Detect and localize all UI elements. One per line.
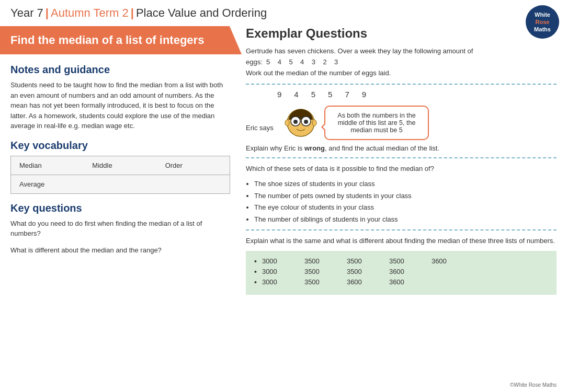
g2-3: 3500 xyxy=(347,268,370,275)
sep1: | xyxy=(46,6,49,19)
q1-text: Gertrude has seven chickens. Over a week… xyxy=(246,46,557,78)
g2-4: 3600 xyxy=(389,268,413,275)
green-bullet-3: • xyxy=(254,278,257,286)
logo: White Rose Maths xyxy=(526,5,559,39)
divider-2 xyxy=(246,157,557,158)
vocab-cell-median: Median xyxy=(11,156,84,175)
g3-4: 3600 xyxy=(389,278,413,286)
green-bullet-2: • xyxy=(254,268,257,276)
vocab-section: Key vocabulary Median Middle Order Avera… xyxy=(10,140,230,194)
vocab-row-1: Median Middle Order xyxy=(11,156,230,175)
g1-5: 3600 xyxy=(432,257,455,265)
speech-bubble: As both the numbers in the middle of thi… xyxy=(324,106,429,140)
notes-text: Students need to be taught how to find t… xyxy=(10,80,230,131)
vocab-title: Key vocabulary xyxy=(10,140,230,152)
vocab-row-2: Average xyxy=(11,175,230,193)
speech-text: As both the numbers in the middle of thi… xyxy=(337,112,415,134)
green-row-1: • 3000 3500 3500 3500 3600 xyxy=(254,257,548,266)
g2-1: 3000 xyxy=(262,268,286,275)
g3-1: 3000 xyxy=(262,278,286,286)
green-numbers-3: 3000 3500 3600 3600 xyxy=(262,278,548,286)
green-table: • 3000 3500 3500 3500 3600 • 3000 3500 3… xyxy=(246,251,557,295)
exemplar-title: Exemplar Questions xyxy=(246,26,557,41)
g1-3: 3500 xyxy=(347,257,370,265)
svg-point-5 xyxy=(304,120,308,124)
num-4: 4 xyxy=(294,90,298,99)
question-2: What is different about the median and t… xyxy=(10,245,230,256)
eric-label: Eric says xyxy=(246,124,277,132)
notes-section: Notes and guidance Students need to be t… xyxy=(10,64,230,131)
logo-line3: Maths xyxy=(534,26,551,33)
main-content: Find the median of a list of integers No… xyxy=(0,26,567,295)
right-panel: Exemplar Questions Gertrude has seven ch… xyxy=(246,26,557,295)
g2-2: 3500 xyxy=(304,268,328,275)
g3-3: 3600 xyxy=(347,278,370,286)
questions-title: Key questions xyxy=(10,202,230,214)
divider-1 xyxy=(246,84,557,85)
green-numbers-2: 3000 3500 3500 3600 xyxy=(262,268,548,275)
sep2: | xyxy=(131,6,134,19)
num-5b: 5 xyxy=(328,90,332,99)
vocab-cell-average: Average xyxy=(11,175,84,193)
svg-point-4 xyxy=(293,120,298,124)
green-bullet-1: • xyxy=(254,257,257,266)
questions-section: Key questions What do you need to do fir… xyxy=(10,202,230,256)
vocab-cell-empty2 xyxy=(157,175,230,193)
num-5a: 5 xyxy=(311,90,315,99)
place-value: Place Value and Ordering xyxy=(136,6,267,19)
vocab-cell-middle: Middle xyxy=(84,156,156,175)
header-title: Year 7|Autumn Term 2|Place Value and Ord… xyxy=(10,6,267,20)
bullet-2: The number of pets owned by students in … xyxy=(254,191,557,201)
header: Year 7|Autumn Term 2|Place Value and Ord… xyxy=(0,0,567,26)
green-row-2: • 3000 3500 3500 3600 xyxy=(254,268,548,276)
eric-section: Eric says xyxy=(246,103,557,140)
vocab-cell-empty1 xyxy=(84,175,156,193)
green-numbers-1: 3000 3500 3500 3500 3600 xyxy=(262,257,548,265)
g3-5 xyxy=(432,278,455,286)
wrong-text: wrong xyxy=(304,144,325,152)
orange-banner: Find the median of a list of integers xyxy=(0,26,242,54)
svg-point-7 xyxy=(312,120,316,126)
bullet-3: The eye colour of students in your class xyxy=(254,202,557,213)
left-panel: Find the median of a list of integers No… xyxy=(10,26,230,295)
q3-bullets: The shoe sizes of students in your class… xyxy=(254,179,557,224)
banner-title: Find the median of a list of integers xyxy=(10,33,204,47)
g1-4: 3500 xyxy=(389,257,413,265)
g1-2: 3500 xyxy=(304,257,328,265)
bullet-1: The shoe sizes of students in your class xyxy=(254,179,557,189)
notes-title: Notes and guidance xyxy=(10,64,230,76)
copyright: ©White Rose Maths xyxy=(510,382,557,388)
vocab-table: Median Middle Order Average xyxy=(10,156,230,194)
question-1: What do you need to do first when findin… xyxy=(10,218,230,239)
num-9a: 9 xyxy=(277,90,281,99)
explain-text: Explain why Eric is wrong, and find the … xyxy=(246,144,557,152)
year-label: Year 7 xyxy=(10,6,43,19)
q4-text: Explain what is the same and what is dif… xyxy=(246,236,557,247)
character-figure xyxy=(282,103,319,140)
autumn-term: Autumn Term 2 xyxy=(51,6,129,19)
num-7: 7 xyxy=(345,90,349,99)
green-row-3: • 3000 3500 3600 3600 xyxy=(254,278,548,286)
g1-1: 3000 xyxy=(262,257,286,265)
bullet-4: The number of siblings of students in yo… xyxy=(254,214,557,225)
vocab-cell-order: Order xyxy=(157,156,230,175)
number-row: 9 4 5 5 7 9 xyxy=(277,90,557,99)
q3-intro: Which of these sets of data is it possib… xyxy=(246,164,557,175)
divider-3 xyxy=(246,229,557,230)
logo-line1: White xyxy=(535,11,550,18)
num-9b: 9 xyxy=(362,90,366,99)
logo-line2: Rose xyxy=(536,18,550,26)
svg-point-6 xyxy=(285,120,289,126)
g3-2: 3500 xyxy=(304,278,328,286)
g2-5 xyxy=(432,268,455,275)
